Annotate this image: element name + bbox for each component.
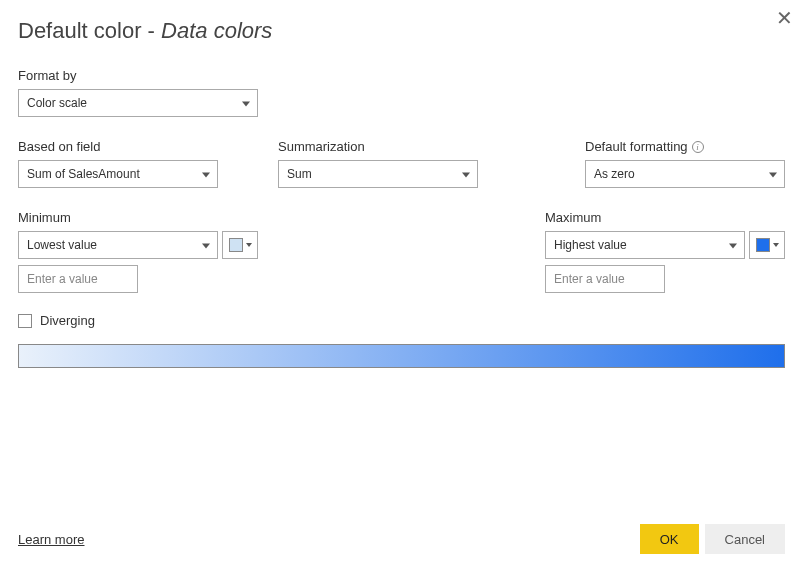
gradient-preview — [18, 344, 785, 368]
minimum-swatch — [229, 238, 243, 252]
format-by-select[interactable]: Color scale — [18, 89, 258, 117]
page-title-prefix: Default color - — [18, 18, 161, 43]
default-formatting-label-text: Default formatting — [585, 139, 688, 154]
ok-button[interactable]: OK — [640, 524, 699, 554]
based-on-field-select[interactable]: Sum of SalesAmount — [18, 160, 218, 188]
chevron-down-icon — [246, 243, 252, 247]
page-title: Default color - Data colors — [18, 18, 785, 44]
info-icon[interactable]: i — [692, 141, 704, 153]
maximum-value-input[interactable] — [545, 265, 665, 293]
maximum-color-button[interactable] — [749, 231, 785, 259]
minimum-color-button[interactable] — [222, 231, 258, 259]
close-icon[interactable]: ✕ — [776, 8, 793, 28]
diverging-label: Diverging — [40, 313, 95, 328]
default-formatting-select[interactable]: As zero — [585, 160, 785, 188]
cancel-button[interactable]: Cancel — [705, 524, 785, 554]
maximum-select[interactable]: Highest value — [545, 231, 745, 259]
summarization-label: Summarization — [278, 139, 478, 154]
learn-more-link[interactable]: Learn more — [18, 532, 84, 547]
diverging-checkbox[interactable] — [18, 314, 32, 328]
based-on-field-label: Based on field — [18, 139, 218, 154]
minimum-label: Minimum — [18, 210, 258, 225]
chevron-down-icon — [773, 243, 779, 247]
format-by-label: Format by — [18, 68, 785, 83]
summarization-select[interactable]: Sum — [278, 160, 478, 188]
minimum-select[interactable]: Lowest value — [18, 231, 218, 259]
maximum-label: Maximum — [545, 210, 785, 225]
maximum-swatch — [756, 238, 770, 252]
minimum-value-input[interactable] — [18, 265, 138, 293]
page-title-italic: Data colors — [161, 18, 272, 43]
default-formatting-label: Default formatting i — [585, 139, 785, 154]
